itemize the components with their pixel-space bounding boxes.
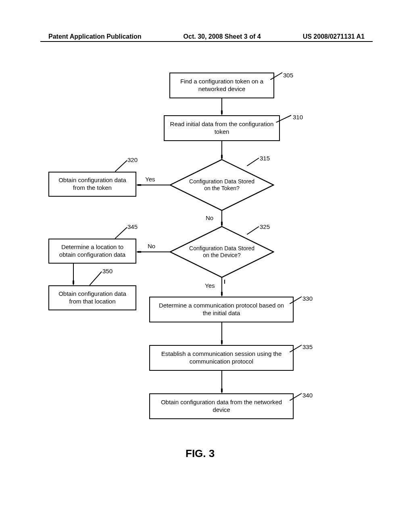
- decision-stored-device-text: Configuration Data Stored on the Device?: [188, 245, 256, 259]
- arrow-305-310: [221, 98, 223, 115]
- process-find-token: Find a configuration token on a networke…: [169, 73, 274, 98]
- process-determine-protocol: Determine a communication protocol based…: [149, 297, 294, 322]
- process-obtain-from-token: Obtain configuration data from the token: [48, 172, 136, 197]
- svg-marker-9: [136, 184, 141, 186]
- svg-line-10: [115, 160, 127, 172]
- ref-335: 335: [302, 343, 313, 350]
- header-right: US 2008/0271131 A1: [303, 33, 365, 40]
- process-obtain-from-location: Obtain configuration data from that loca…: [48, 285, 136, 310]
- ref-345: 345: [127, 223, 138, 230]
- svg-line-0: [270, 73, 282, 80]
- decision-stored-token: Configuration Data Stored on the Token?: [169, 159, 274, 211]
- process-determine-location: Determine a location to obtain configura…: [48, 239, 136, 264]
- svg-line-17: [115, 227, 127, 239]
- svg-marker-16: [136, 251, 141, 253]
- edge-no-325: No: [148, 243, 155, 249]
- ref-line-310: [276, 114, 295, 123]
- svg-line-14: [247, 227, 259, 235]
- arrow-335-340: [221, 371, 223, 393]
- arrow-325-345: [136, 251, 171, 253]
- arrow-315-325: [221, 210, 223, 227]
- process-obtain-from-device: Obtain configuration data from the netwo…: [149, 393, 294, 419]
- svg-marker-2: [221, 110, 223, 115]
- process-read-initial: Read initial data from the configuration…: [164, 115, 280, 141]
- ref-325: 325: [260, 223, 270, 230]
- decision-stored-token-text: Configuration Data Stored on the Token?: [188, 178, 256, 192]
- page-header: Patent Application Publication Oct. 30, …: [0, 33, 413, 40]
- process-obtain-from-token-text: Obtain configuration data from the token: [53, 177, 131, 192]
- arrow-345-350: [73, 264, 74, 285]
- header-rule: [40, 41, 373, 42]
- header-center: Oct. 30, 2008 Sheet 3 of 4: [184, 33, 261, 40]
- process-obtain-from-device-text: Obtain configuration data from the netwo…: [154, 399, 289, 414]
- arrow-315-320: [136, 184, 171, 186]
- process-establish-session-text: Establish a communication session using …: [154, 350, 289, 366]
- process-establish-session: Establish a communication session using …: [149, 345, 294, 371]
- process-read-initial-text: Read initial data from the configuration…: [169, 121, 275, 136]
- ref-310: 310: [293, 114, 303, 121]
- tick-yes-325: [224, 280, 225, 284]
- svg-marker-28: [221, 389, 223, 393]
- ref-340: 340: [302, 392, 313, 399]
- svg-line-23: [290, 297, 302, 304]
- svg-line-29: [290, 393, 302, 401]
- svg-line-26: [290, 345, 302, 352]
- edge-yes-315: Yes: [145, 176, 155, 183]
- arrow-310-315: [221, 141, 223, 160]
- process-determine-location-text: Determine a location to obtain configura…: [53, 243, 131, 259]
- figure-label: FIG. 3: [186, 447, 215, 460]
- ref-320: 320: [127, 156, 138, 163]
- edge-yes-325: Yes: [205, 282, 215, 289]
- process-determine-protocol-text: Determine a communication protocol based…: [154, 302, 289, 317]
- svg-marker-25: [221, 340, 223, 345]
- svg-line-3: [276, 115, 291, 123]
- svg-line-20: [90, 272, 102, 285]
- header-left: Patent Application Publication: [48, 33, 142, 40]
- ref-305: 305: [283, 72, 293, 79]
- ref-315: 315: [260, 155, 270, 162]
- svg-marker-22: [221, 292, 223, 297]
- edge-no-315: No: [206, 214, 213, 221]
- svg-line-7: [247, 158, 259, 166]
- arrow-325-330: [221, 277, 223, 297]
- ref-350: 350: [102, 268, 113, 274]
- process-obtain-from-location-text: Obtain configuration data from that loca…: [53, 290, 131, 305]
- svg-marker-19: [73, 281, 74, 285]
- process-find-token-text: Find a configuration token on a networke…: [174, 78, 269, 93]
- arrow-330-335: [221, 322, 223, 345]
- ref-330: 330: [302, 295, 313, 302]
